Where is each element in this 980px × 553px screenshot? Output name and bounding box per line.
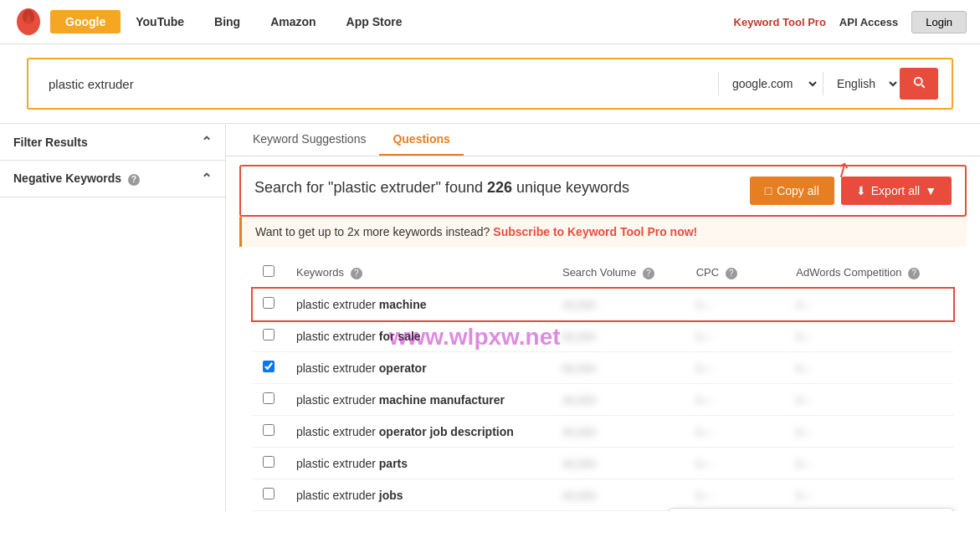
- row-checkbox-cell[interactable]: [253, 289, 286, 320]
- row-checkbox-cell[interactable]: [253, 416, 286, 448]
- volume-cell: 80,000: [552, 352, 686, 384]
- table-row: plastic extruder for sale 60,000 0.-- 0.…: [253, 320, 953, 352]
- volume-cell: 40,000: [552, 384, 686, 416]
- filter-results-section: Filter Results ⌃: [0, 124, 225, 161]
- keyword-table: Keywords ? Search Volume ? CPC ? AdWor: [253, 257, 953, 511]
- row-checkbox[interactable]: [263, 488, 275, 499]
- results-count: 226: [487, 179, 512, 196]
- table-wrapper: www.wlpxw.net Keywords ? Search Volu: [239, 257, 967, 511]
- cpc-cell: 0.--: [686, 416, 787, 448]
- row-checkbox-cell[interactable]: [253, 384, 286, 416]
- competition-cell: 0.--: [786, 289, 953, 320]
- filter-results-label: Filter Results: [13, 136, 88, 149]
- row-checkbox-cell[interactable]: [253, 352, 286, 384]
- row-checkbox[interactable]: [263, 297, 275, 309]
- table-row: plastic extruder machine manufacturer 40…: [253, 384, 953, 416]
- row-checkbox[interactable]: [263, 456, 275, 468]
- row-checkbox-cell[interactable]: [253, 479, 286, 511]
- results-actions: ↗ □ Copy all ⬇ Export all ▼: [750, 177, 952, 205]
- negative-keywords-help[interactable]: ?: [128, 174, 140, 186]
- col-header-cpc: CPC ?: [686, 257, 787, 289]
- content-area: Keyword Suggestions Questions Search for…: [226, 124, 980, 511]
- row-checkbox[interactable]: [263, 392, 275, 404]
- col-header-keyword: Keywords ?: [286, 257, 552, 289]
- negative-keywords-chevron: ⌃: [201, 171, 212, 187]
- results-suffix: unique keywords: [512, 179, 629, 196]
- sidebar: Filter Results ⌃ Negative Keywords ? ⌃: [0, 124, 226, 511]
- promo-link[interactable]: Subscribe to Keyword Tool Pro now!: [493, 225, 697, 238]
- tab-questions[interactable]: Questions: [379, 124, 463, 156]
- competition-cell: 0.--: [786, 479, 953, 511]
- search-button[interactable]: [900, 68, 938, 100]
- competition-cell: 0.--: [786, 352, 953, 384]
- filter-results-header[interactable]: Filter Results ⌃: [0, 124, 225, 160]
- row-checkbox[interactable]: [263, 424, 275, 436]
- cpc-cell: 0.--: [686, 384, 787, 416]
- negative-keywords-section: Negative Keywords ? ⌃: [0, 161, 225, 197]
- export-all-button[interactable]: ⬇ Export all ▼: [841, 177, 952, 205]
- competition-help-icon[interactable]: ?: [908, 268, 920, 279]
- row-checkbox[interactable]: [263, 361, 275, 372]
- cpc-cell: 0.--: [686, 479, 787, 511]
- results-summary: Search for "plastic extruder" found 226 …: [254, 177, 629, 199]
- language-select[interactable]: English Spanish: [827, 73, 900, 95]
- main-layout: Filter Results ⌃ Negative Keywords ? ⌃ K…: [0, 124, 980, 511]
- tab-appstore[interactable]: App Store: [331, 10, 418, 33]
- cpc-cell: 0.--: [686, 289, 787, 320]
- header-left: Google YouTube Bing Amazon App Store: [13, 7, 418, 37]
- table-row: plastic extruder operator 80,000 0.-- 0.…: [253, 352, 953, 384]
- keyword-cell: plastic extruder operator job descriptio…: [286, 416, 552, 448]
- keyword-cell: plastic extruder jobs: [286, 479, 552, 511]
- login-button[interactable]: Login: [911, 11, 967, 33]
- keyword-cell: plastic extruder machine manufacturer: [286, 384, 552, 416]
- filter-results-chevron: ⌃: [201, 134, 212, 150]
- tab-amazon[interactable]: Amazon: [255, 10, 331, 33]
- competition-cell: 0.--: [786, 320, 953, 352]
- keyword-help-icon[interactable]: ?: [351, 268, 362, 279]
- header: Google YouTube Bing Amazon App Store Key…: [0, 0, 980, 44]
- select-all-checkbox[interactable]: [263, 265, 275, 277]
- export-icon: ⬇: [856, 184, 866, 197]
- domain-select[interactable]: google.com google.co.uk: [722, 73, 819, 95]
- copy-icon: □: [765, 184, 772, 197]
- logo: [13, 7, 44, 37]
- competition-cell: 0.--: [786, 448, 953, 479]
- col-header-volume: Search Volume ?: [552, 257, 686, 289]
- volume-cell: 40,000: [552, 479, 686, 511]
- search-bar: plastic extruder google.com google.co.uk…: [27, 58, 953, 110]
- content-tabs: Keyword Suggestions Questions: [226, 124, 980, 156]
- volume-cell: 60,000: [552, 320, 686, 352]
- tab-keyword-suggestions[interactable]: Keyword Suggestions: [239, 124, 379, 156]
- volume-cell: 40,000: [552, 416, 686, 448]
- copy-all-button[interactable]: □ Copy all: [750, 177, 834, 205]
- api-link[interactable]: API Access: [839, 16, 898, 28]
- pro-link[interactable]: Keyword Tool Pro: [734, 16, 826, 28]
- results-prefix: Search for "plastic extruder" found: [254, 179, 487, 196]
- nav-tabs: Google YouTube Bing Amazon App Store: [50, 10, 418, 33]
- table-row: plastic extruder machine 40,000 0.-- 0.-…: [253, 289, 953, 320]
- negative-keywords-header[interactable]: Negative Keywords ? ⌃: [0, 161, 225, 197]
- divider: [718, 72, 719, 95]
- tab-bing[interactable]: Bing: [199, 10, 255, 33]
- row-checkbox-cell[interactable]: [253, 320, 286, 352]
- table-row: plastic extruder parts 40,000 0.-- 0.--: [253, 448, 953, 479]
- search-input[interactable]: plastic extruder: [42, 74, 715, 95]
- row-checkbox[interactable]: [263, 329, 275, 341]
- cpc-help-icon[interactable]: ?: [726, 268, 737, 279]
- header-right: Keyword Tool Pro API Access Login: [734, 11, 967, 33]
- volume-cell: 40,000: [552, 289, 686, 320]
- col-header-checkbox: [253, 257, 286, 289]
- promo-banner: Want to get up to 2x more keywords inste…: [239, 217, 967, 247]
- competition-cell: 0.--: [786, 384, 953, 416]
- volume-help-icon[interactable]: ?: [643, 268, 654, 279]
- cpc-cell: 0.--: [686, 352, 787, 384]
- keyword-cell: plastic extruder operator: [286, 352, 552, 384]
- tab-google[interactable]: Google: [50, 10, 121, 33]
- row-checkbox-cell[interactable]: [253, 448, 286, 479]
- table-row: plastic extruder jobs 40,000 0.-- 0.--: [253, 479, 953, 511]
- tab-youtube[interactable]: YouTube: [121, 10, 199, 33]
- table-row: plastic extruder operator job descriptio…: [253, 416, 953, 448]
- volume-cell: 40,000: [552, 448, 686, 479]
- keyword-cell: plastic extruder for sale: [286, 320, 552, 352]
- keyword-cell: plastic extruder machine: [286, 289, 552, 320]
